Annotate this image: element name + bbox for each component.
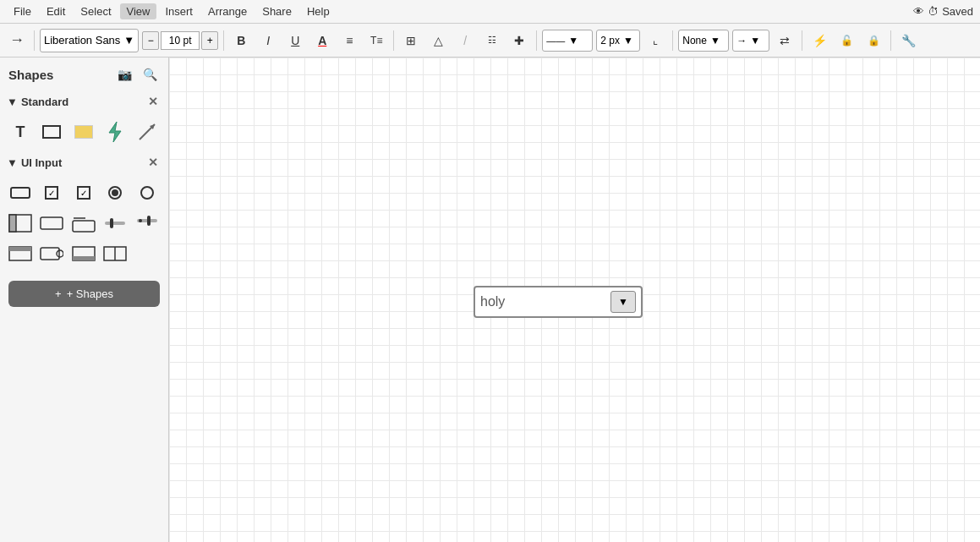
- swap-button[interactable]: ⇄: [773, 29, 797, 52]
- shape-status-bar-icon: [8, 246, 32, 261]
- canvas-dropdown-widget[interactable]: holy ▼: [474, 286, 643, 318]
- stroke-color-button[interactable]: /: [453, 29, 477, 52]
- insert-shape-button[interactable]: ⊞: [399, 29, 423, 52]
- line-style-select[interactable]: —— ▼: [542, 30, 593, 52]
- shape-radio-empty[interactable]: [134, 179, 161, 206]
- shape-rect[interactable]: [38, 118, 65, 145]
- menu-edit[interactable]: Edit: [40, 3, 72, 19]
- wrench-button[interactable]: 🔧: [896, 29, 920, 52]
- line-width-select[interactable]: 2 px ▼: [596, 30, 640, 52]
- sidebar-image-btn[interactable]: 📷: [114, 64, 134, 85]
- line-width-value: 2 px: [600, 35, 620, 47]
- standard-section-header: ▼ Standard ✕: [0, 88, 168, 115]
- lock-open-icon: 🔓: [840, 35, 853, 47]
- shape-split-panel[interactable]: [101, 240, 129, 267]
- separator-1: [34, 30, 35, 51]
- sidebar-search-btn[interactable]: 🔍: [140, 64, 160, 85]
- shape-status-bar[interactable]: [7, 240, 34, 267]
- shape-rect-yellow[interactable]: [70, 118, 97, 145]
- shape-input-outline-icon: [10, 187, 30, 199]
- shape-input-label[interactable]: [70, 210, 97, 237]
- separator-6: [802, 30, 802, 51]
- shape-bar-bottom-icon: [72, 246, 96, 261]
- arrow-end-value: →: [736, 35, 747, 47]
- font-name: Liberation Sans: [44, 34, 120, 47]
- font-dropdown-arrow: ▼: [123, 34, 134, 47]
- ui-input-label: UI Input: [21, 156, 62, 169]
- shape-panel-top[interactable]: [7, 210, 34, 237]
- wrench-icon: 🔧: [901, 34, 916, 47]
- align-button[interactable]: ≡: [337, 29, 361, 52]
- arrow-start-value: None: [682, 35, 707, 47]
- shape-bar-bottom[interactable]: [70, 240, 97, 267]
- font-size-decrease[interactable]: −: [142, 31, 159, 50]
- corner-style-icon: ⌞: [653, 34, 658, 47]
- canvas-area[interactable]: holy ▼: [169, 57, 980, 542]
- shape-slider-icon: [103, 214, 127, 233]
- shape-search-bar[interactable]: [38, 240, 65, 267]
- menu-file[interactable]: File: [7, 3, 38, 19]
- menu-share[interactable]: Share: [255, 3, 298, 19]
- svg-rect-14: [9, 247, 31, 251]
- menu-view[interactable]: View: [120, 3, 157, 19]
- underline-button[interactable]: U: [283, 29, 307, 52]
- font-selector[interactable]: Liberation Sans ▼: [40, 29, 139, 52]
- shape-input-small[interactable]: [38, 210, 65, 237]
- lock-open-button[interactable]: 🔓: [835, 29, 858, 52]
- watch-icon: 👁: [913, 5, 924, 18]
- font-size-increase[interactable]: +: [201, 31, 218, 50]
- bolt-button[interactable]: ⚡: [808, 29, 831, 52]
- shape-arrow[interactable]: [134, 118, 161, 145]
- shape-rect-icon: [42, 125, 61, 139]
- separator-3: [393, 30, 394, 51]
- shape-split-panel-icon: [103, 246, 127, 261]
- shape-slider[interactable]: [101, 210, 129, 237]
- ui-input-chevron-icon: ▼: [7, 156, 18, 169]
- shape-lightning[interactable]: [101, 118, 129, 145]
- extra-format-button[interactable]: ☷: [480, 29, 504, 52]
- shape-text[interactable]: T: [7, 118, 34, 145]
- arrow-start-select[interactable]: None ▼: [678, 30, 729, 52]
- text-color-button[interactable]: A: [310, 29, 334, 52]
- menu-arrange[interactable]: Arrange: [201, 3, 254, 19]
- shape-radio-empty-icon: [140, 186, 154, 200]
- pointer-tool[interactable]: →: [5, 29, 29, 52]
- sidebar-title-row: Shapes 📷 🔍: [0, 57, 168, 88]
- ui-input-close-btn[interactable]: ✕: [145, 154, 162, 171]
- arrow-end-arrow: ▼: [750, 35, 760, 47]
- canvas-dropdown-button[interactable]: ▼: [610, 291, 636, 313]
- menu-select[interactable]: Select: [74, 3, 118, 19]
- text-format-button[interactable]: T≡: [364, 29, 388, 52]
- standard-close-btn[interactable]: ✕: [145, 93, 162, 110]
- saved-indicator: 👁 ⏱ Saved: [913, 5, 973, 18]
- bold-button[interactable]: B: [229, 29, 253, 52]
- saved-icon: ⏱: [928, 5, 939, 18]
- add-shapes-plus-icon: +: [55, 287, 62, 300]
- shape-slider-alt[interactable]: [134, 210, 161, 237]
- shape-radio-filled[interactable]: [101, 179, 129, 206]
- line-style-arrow: ▼: [568, 35, 578, 47]
- standard-chevron-icon: ▼: [7, 96, 18, 108]
- separator-7: [890, 30, 891, 51]
- lock-button[interactable]: 🔒: [862, 29, 885, 52]
- font-size-input[interactable]: [161, 31, 200, 50]
- shape-checkbox-x[interactable]: ✓: [70, 179, 97, 206]
- corner-style-button[interactable]: ⌞: [643, 29, 667, 52]
- shape-checkbox-x-icon: ✓: [77, 186, 90, 200]
- fill-button[interactable]: △: [426, 29, 450, 52]
- menu-insert[interactable]: Insert: [158, 3, 200, 19]
- shape-rect-yellow-icon: [74, 125, 93, 139]
- shape-text-icon: T: [16, 123, 25, 141]
- add-shapes-button[interactable]: + + Shapes: [8, 281, 160, 307]
- svg-rect-9: [110, 218, 113, 228]
- menu-help[interactable]: Help: [300, 3, 337, 19]
- waypoint-button[interactable]: ✚: [507, 29, 531, 52]
- standard-section-left: ▼ Standard: [7, 96, 68, 108]
- svg-point-16: [57, 250, 63, 257]
- lock-icon: 🔒: [868, 35, 880, 47]
- shape-checkbox-check[interactable]: ✓: [38, 179, 65, 206]
- italic-button[interactable]: I: [256, 29, 280, 52]
- shape-arrow-icon: [138, 123, 156, 141]
- shape-input-outline[interactable]: [7, 179, 34, 206]
- arrow-end-select[interactable]: → ▼: [732, 30, 769, 52]
